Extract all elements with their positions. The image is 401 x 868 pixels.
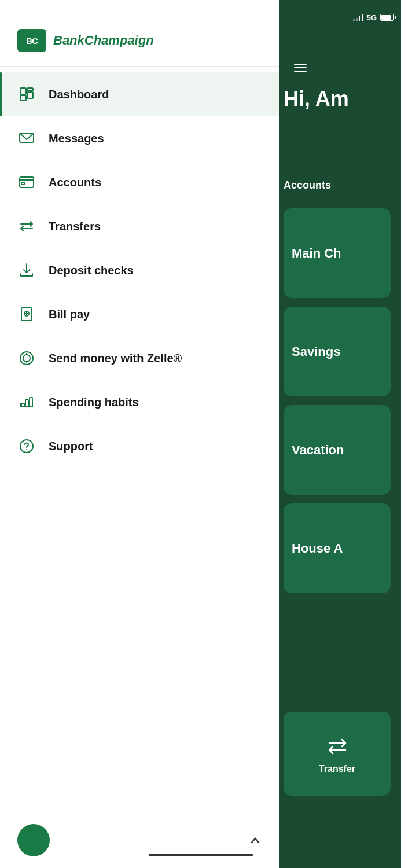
- svg-rect-19: [25, 400, 28, 407]
- signal-icon: [353, 13, 363, 21]
- sidebar-item-support[interactable]: Support: [0, 424, 279, 468]
- battery-icon: [380, 14, 394, 21]
- dashboard-icon: [17, 85, 36, 104]
- sidebar-item-transfers[interactable]: Transfers: [0, 204, 279, 248]
- home-indicator: [149, 854, 253, 856]
- sidebar-item-dashboard[interactable]: Dashboard: [0, 72, 279, 116]
- sidebar-item-messages[interactable]: Messages: [0, 116, 279, 160]
- sidebar-label-bill-pay: Bill pay: [49, 308, 90, 321]
- spending-icon: [17, 393, 36, 411]
- network-label: 5G: [367, 13, 377, 22]
- sidebar-item-spending[interactable]: Spending habits: [0, 380, 279, 424]
- svg-rect-2: [27, 92, 33, 98]
- support-icon: [17, 437, 36, 455]
- sidebar-label-dashboard: Dashboard: [49, 88, 109, 101]
- sidebar-label-accounts: Accounts: [49, 176, 101, 189]
- sidebar-item-accounts[interactable]: Accounts: [0, 160, 279, 204]
- sidebar-label-zelle: Send money with Zelle®: [49, 352, 182, 365]
- account-card-house[interactable]: House A: [284, 503, 391, 593]
- nav-list: Dashboard Messages Accounts: [0, 67, 279, 474]
- svg-point-13: [23, 355, 30, 362]
- sidebar-label-transfers: Transfers: [49, 220, 101, 233]
- svg-rect-20: [30, 398, 32, 407]
- transfer-label: Transfer: [319, 764, 355, 774]
- sidebar-label-support: Support: [49, 440, 93, 453]
- sidebar-item-bill-pay[interactable]: Bill pay: [0, 292, 279, 336]
- accounts-section-label: Accounts: [284, 179, 331, 192]
- account-card-savings[interactable]: Savings: [284, 307, 391, 396]
- transfer-card[interactable]: Transfer: [284, 712, 391, 796]
- account-card-main-ch[interactable]: Main Ch: [284, 208, 391, 298]
- hamburger-button[interactable]: [291, 61, 310, 75]
- avatar[interactable]: [17, 824, 50, 856]
- sidebar-label-messages: Messages: [49, 132, 104, 145]
- svg-rect-7: [21, 182, 25, 185]
- svg-rect-0: [20, 88, 26, 94]
- logo-text: BankChampaign: [53, 33, 154, 48]
- svg-rect-1: [27, 88, 33, 91]
- sidebar-item-zelle[interactable]: Send money with Zelle®: [0, 336, 279, 380]
- status-bar: 5G: [279, 0, 401, 35]
- greeting-text: Hi, Am: [284, 87, 349, 111]
- deposit-icon: [17, 261, 36, 279]
- transfers-icon: [17, 217, 36, 236]
- messages-icon: [17, 129, 36, 148]
- transfer-icon: [325, 734, 350, 759]
- sidebar-bottom: [0, 812, 279, 868]
- zelle-icon: [17, 349, 36, 367]
- sidebar-item-deposit-checks[interactable]: Deposit checks: [0, 248, 279, 292]
- bill-icon: [17, 305, 36, 323]
- account-card-vacation[interactable]: Vacation: [284, 405, 391, 495]
- logo-area: BC BankChampaign: [0, 0, 279, 67]
- svg-point-22: [26, 449, 27, 450]
- sidebar: BC BankChampaign Dashboard: [0, 0, 279, 868]
- svg-rect-3: [20, 95, 26, 101]
- chevron-up-icon[interactable]: [248, 833, 262, 847]
- svg-rect-18: [21, 403, 24, 407]
- logo-box: BC: [17, 29, 46, 52]
- sidebar-label-spending: Spending habits: [49, 396, 139, 409]
- accounts-icon: [17, 173, 36, 192]
- sidebar-label-deposit: Deposit checks: [49, 264, 134, 277]
